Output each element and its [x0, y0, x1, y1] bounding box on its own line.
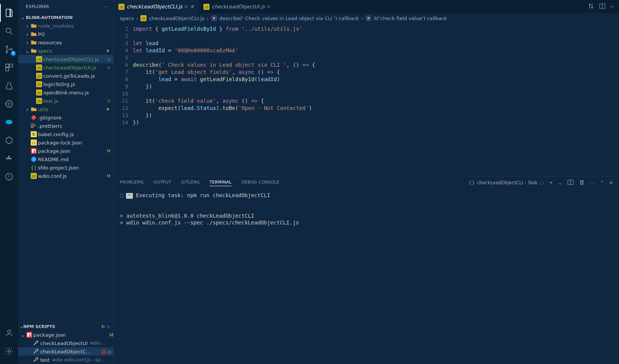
tree-item-checkLeadObjectCLI.js[interactable]: JScheckLeadObjectCLI.jsU — [18, 55, 113, 63]
breadcrumb-item[interactable]: checkLeadObjectCLI.js — [149, 16, 204, 21]
script-detail: wdio ... — [90, 340, 106, 346]
file-name: sfdx-project.json — [38, 165, 110, 171]
npm-script-checkLeadObjectC...[interactable]: checkLeadObjectC...🐞▷ — [18, 347, 113, 356]
activity-hex[interactable] — [0, 131, 18, 149]
file-icon: {} — [30, 165, 37, 171]
folder-section-header[interactable]: ⌄ BLINK-AUTOMATION — [18, 13, 113, 22]
file-name: loginToOrg.js — [43, 82, 110, 87]
tree-item-.gitignore[interactable]: .gitignore — [18, 113, 113, 122]
file-icon: JS — [30, 173, 37, 179]
tab-status: U — [267, 4, 270, 9]
tree-item-wdio.conf.js[interactable]: JSwdio.conf.jsM — [18, 172, 113, 180]
more-icon[interactable]: ⋯ — [611, 4, 614, 10]
tree-item-PO[interactable]: ›PO — [18, 30, 113, 38]
editor[interactable]: 1234567891011121314 import { getLeadFiel… — [114, 23, 619, 176]
file-icon — [30, 123, 37, 129]
file-icon — [30, 48, 37, 54]
split-editor-icon[interactable] — [599, 3, 605, 11]
chevron-icon: › — [24, 23, 30, 29]
symbol-icon — [365, 15, 372, 21]
tab-status: U — [184, 4, 187, 9]
file-name: test.js — [43, 98, 106, 104]
tree-item-test.js[interactable]: JStest.jsU — [18, 97, 113, 105]
chevron-icon: ⌄ — [24, 48, 30, 54]
file-icon — [30, 106, 37, 112]
activity-extensions[interactable] — [0, 58, 18, 77]
close-icon[interactable]: ✕ — [190, 4, 194, 9]
activity-testing[interactable] — [0, 77, 18, 95]
tree-item-checkLeadObjectUI.js[interactable]: JScheckLeadObjectUI.jsU — [18, 63, 113, 72]
git-status: M — [107, 174, 111, 179]
terminal-dropdown-icon[interactable]: ⌄ — [558, 180, 562, 185]
file-tree[interactable]: ›node_modules›PO›resources⌄specsJScheckL… — [18, 22, 113, 322]
terminal[interactable]: *Executing task: npm run checkLeadObject… — [114, 189, 619, 364]
svg-marker-10 — [6, 137, 12, 144]
tree-item-loginToOrg.js[interactable]: JSloginToOrg.js — [18, 80, 113, 88]
panel-tab-gitlens[interactable]: GITLENS — [181, 180, 200, 186]
sidebar-more-icon[interactable]: ⋯ — [105, 4, 109, 9]
npm-package-row[interactable]: ⌄ package.json M — [18, 331, 113, 339]
git-status: U — [107, 57, 110, 62]
tree-item-.prettierrc[interactable]: .prettierrc — [18, 122, 113, 130]
panel-tab-debug-console[interactable]: DEBUG CONSOLE — [241, 180, 279, 186]
debug-icon[interactable]: 🐞 — [101, 349, 107, 355]
tree-item-README.md[interactable]: iREADME.md — [18, 155, 113, 163]
kill-terminal-icon[interactable] — [579, 179, 585, 187]
npm-title: NPM SCRIPTS — [23, 324, 55, 329]
activity-docker[interactable] — [0, 149, 18, 168]
tree-item-babel.config.js[interactable]: Bbabel.config.js — [18, 130, 113, 138]
breadcrumb-separator: › — [136, 16, 138, 21]
tree-item-resources[interactable]: ›resources — [18, 38, 113, 47]
compare-changes-icon[interactable] — [588, 3, 594, 11]
activity-salesforce[interactable] — [0, 113, 18, 131]
svg-rect-14 — [8, 156, 9, 157]
file-name: package.json — [38, 148, 106, 154]
tree-item-utils[interactable]: ›utils — [18, 105, 113, 113]
breadcrumb-item[interactable]: it('check field value') callback — [374, 16, 447, 21]
tree-item-specs[interactable]: ⌄specs — [18, 47, 113, 55]
activity-live-share[interactable] — [0, 95, 18, 113]
refresh-icon[interactable]: ↻ — [101, 324, 105, 329]
close-panel-icon[interactable]: ✕ — [609, 180, 613, 185]
activity-search[interactable] — [0, 22, 18, 40]
wrench-icon — [33, 340, 39, 346]
run-icon[interactable]: ▷ — [108, 349, 112, 355]
panel-tab-terminal[interactable]: TERMINAL — [209, 180, 232, 186]
tab-checkLeadObjectCLI.js[interactable]: JScheckLeadObjectCLI.jsU✕ — [114, 0, 199, 13]
svg-rect-41 — [34, 150, 35, 153]
tree-item-openBlink.menu.js[interactable]: JSopenBlink.menu.js — [18, 88, 113, 97]
chevron-down-icon: ⌄ — [20, 332, 26, 338]
npm-script-checkLeadObjectUI[interactable]: checkLeadObjectUIwdio ... — [18, 339, 113, 347]
run-all-icon[interactable]: ▷ — [107, 324, 110, 329]
activity-settings[interactable] — [0, 342, 18, 360]
tree-item-package-lock.json[interactable]: {}package-lock.json — [18, 138, 113, 147]
dirty-dot — [107, 108, 109, 110]
tree-item-node_modules[interactable]: ›node_modules — [18, 22, 113, 30]
breadcrumb-item[interactable]: specs — [120, 16, 134, 21]
terminal-task-indicator[interactable]: checkLeadObjectCLI - Task ◌ — [469, 180, 544, 186]
code-area[interactable]: import { getLeadFieldsById } from '../ut… — [133, 23, 619, 176]
more-icon[interactable]: ⋯ — [590, 180, 595, 185]
activity-explorer[interactable] — [0, 4, 18, 22]
tree-item-package.json[interactable]: package.jsonM — [18, 147, 113, 155]
npm-script-test[interactable]: testwdio wdio.conf.js --sp... — [18, 356, 113, 364]
activity-account[interactable] — [0, 324, 18, 342]
tree-item-convert.goToLeads.js[interactable]: JSconvert.goToLeads.js — [18, 72, 113, 80]
npm-header[interactable]: ⌄ NPM SCRIPTS ↻ ▷ — [18, 322, 113, 331]
file-icon — [30, 39, 37, 46]
new-terminal-icon[interactable]: + — [549, 180, 553, 185]
npm-section: ⌄ NPM SCRIPTS ↻ ▷ ⌄ package.json M check… — [18, 322, 113, 364]
maximize-panel-icon[interactable]: ⌃ — [600, 180, 604, 185]
tree-item-sfdx-project.json[interactable]: {}sfdx-project.json — [18, 163, 113, 172]
file-icon: JS — [36, 81, 43, 87]
split-terminal-icon[interactable] — [567, 179, 573, 187]
tab-checkLeadObjectUI.js[interactable]: JScheckLeadObjectUI.jsU — [199, 0, 275, 13]
activity-source-control[interactable]: 8 — [0, 40, 18, 58]
breadcrumbs[interactable]: specs›JScheckLeadObjectCLI.js›describe('… — [114, 13, 619, 23]
breadcrumb-item[interactable]: describe(' Check values in Lead object v… — [219, 16, 359, 21]
panel-tab-output[interactable]: OUTPUT — [153, 180, 171, 186]
activity-warning[interactable] — [0, 168, 18, 186]
panel-tabs: PROBLEMSOUTPUTGITLENSTERMINALDEBUG CONSO… — [114, 177, 619, 189]
panel-tab-problems[interactable]: PROBLEMS — [120, 180, 143, 186]
file-icon: i — [30, 156, 37, 162]
